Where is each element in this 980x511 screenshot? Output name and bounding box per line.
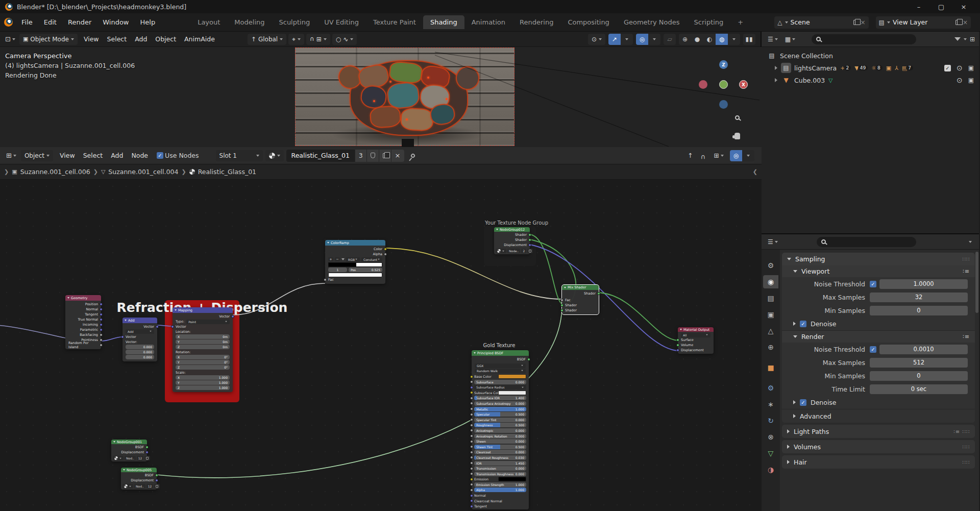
panel-light-paths[interactable]: Light Paths∶≡ ∷∷ [782, 425, 975, 438]
editor-type-button[interactable]: ☰ [766, 236, 780, 248]
principled-row-metallic[interactable]: Metallic1.000 [472, 407, 529, 411]
output-socket[interactable] [527, 358, 530, 361]
checkbox-checked-icon[interactable]: ✓ [870, 346, 876, 353]
input-socket[interactable] [470, 413, 473, 416]
chevron-down-icon[interactable] [728, 34, 740, 45]
unlink-material-button[interactable]: × [391, 150, 404, 162]
slider-widget[interactable]: Subsurface0.000 [474, 380, 526, 384]
input-socket[interactable] [470, 451, 473, 454]
input-socket[interactable] [470, 489, 473, 492]
tab-sculpting[interactable]: Sculpting [272, 15, 317, 29]
principled-row-subsurface-ior[interactable]: Subsurface IOR1.400 [472, 396, 529, 400]
distribution-dropdown[interactable]: GGX [475, 363, 526, 368]
go-to-parent-node-tree-icon[interactable]: ↑ [685, 150, 695, 161]
menu-edit[interactable]: Edit [38, 16, 62, 28]
input-socket[interactable] [470, 472, 473, 475]
group-datablock-dropdown[interactable] [496, 249, 506, 253]
node-colorramp[interactable]: ColorRamp Color Alpha + − RGB Constant [325, 240, 385, 284]
value-widget[interactable]: Emission Strength1.000 [474, 482, 526, 487]
output-socket[interactable] [155, 474, 158, 477]
tab-animation[interactable]: Animation [464, 15, 512, 29]
eye-icon[interactable]: ⊙ [957, 64, 963, 72]
render-subpanel-header[interactable]: Render ∶≡ [782, 331, 975, 343]
tab-rendering[interactable]: Rendering [512, 15, 560, 29]
render-denoise-row[interactable]: ✓ Denoise [782, 396, 975, 409]
input-socket[interactable] [676, 338, 679, 342]
menu-view[interactable]: View [80, 34, 103, 44]
stop-index-field[interactable]: 1 [328, 267, 347, 272]
output-socket[interactable] [100, 338, 103, 342]
mapping-type-dropdown[interactable]: Point [186, 320, 230, 324]
input-socket[interactable] [470, 461, 473, 465]
gizmo-icon[interactable]: ↗ [608, 34, 621, 45]
outliner-search[interactable] [812, 34, 916, 44]
output-socket[interactable] [231, 315, 234, 318]
input-socket[interactable] [171, 325, 174, 328]
axis-y-ball[interactable] [699, 80, 707, 89]
scene-selector[interactable]: △ Scene × [774, 16, 868, 29]
principled-row-emission-strength[interactable]: Emission Strength1.000 [472, 482, 529, 487]
principled-row-transmission[interactable]: Transmission0.000 [472, 466, 529, 471]
properties-tab-view-layer[interactable]: ▣ [763, 308, 778, 321]
input-socket[interactable] [470, 429, 473, 432]
group-datablock-dropdown[interactable] [122, 484, 133, 489]
properties-tab-constraints[interactable]: ⊗ [763, 430, 778, 444]
preset-icon[interactable]: ∶≡ [963, 268, 970, 275]
input-socket[interactable] [470, 380, 473, 383]
principled-row-clearcoat[interactable]: Clearcoat0.000 [472, 450, 529, 454]
tab-texture-paint[interactable]: Texture Paint [366, 15, 423, 29]
color-swatch[interactable] [498, 477, 526, 481]
gradient-bar[interactable] [328, 262, 382, 267]
minimize-button[interactable]: – [908, 0, 930, 13]
principled-row-specular-tint[interactable]: Specular Tint0.000 [472, 418, 529, 422]
chevron-down-icon[interactable] [969, 241, 972, 243]
group-name[interactable]: Nod.. [125, 456, 136, 460]
principled-row-subsurface-radius[interactable]: Subsurface Radius [472, 385, 529, 390]
blender-menu-icon[interactable] [4, 18, 13, 27]
principled-row-base-color[interactable]: Base Color [472, 374, 529, 379]
shader-node-canvas[interactable]: Refraction + Dispersion Geometry Positio… [0, 180, 762, 511]
pin-icon[interactable] [410, 153, 415, 158]
outliner-row-lightscamera[interactable]: ▤lightsCamera+2▼49☼8▣⅄▤7✓⊙▣ [762, 62, 979, 74]
properties-tab-tool[interactable]: ⚙ [763, 259, 778, 272]
fake-user-button[interactable] [154, 484, 160, 489]
render-min-samples-field[interactable]: 0 [870, 371, 968, 381]
output-socket[interactable] [100, 318, 103, 321]
input-socket[interactable] [560, 304, 564, 307]
sidebar-collapse-icon[interactable]: ❮ [753, 168, 757, 175]
principled-row-subsurface-anisotropy[interactable]: Subsurface Anisotropy0.000 [472, 401, 529, 406]
menu-select[interactable]: Select [103, 34, 131, 44]
input-socket[interactable] [470, 456, 473, 459]
node-material-output[interactable]: Material Output All Surface Volume Displ… [678, 327, 714, 354]
input-socket[interactable] [470, 434, 473, 437]
input-socket[interactable] [470, 418, 473, 421]
breadcrumb-material[interactable]: Realistic_Glass_01 [198, 168, 256, 176]
input-socket[interactable] [676, 349, 679, 352]
chevron-down-icon[interactable] [621, 34, 633, 45]
item-label[interactable]: lightsCamera [794, 64, 837, 72]
viewport-denoise-row[interactable]: ✓ Denoise [782, 317, 975, 330]
principled-row-clearcoat-normal[interactable]: Clearcoat Normal [472, 499, 529, 503]
output-socket[interactable] [156, 325, 159, 328]
node-group-005[interactable]: NodeGroup005 BSDF Displacement Nod.. 12 [121, 468, 157, 490]
output-socket[interactable] [384, 253, 387, 256]
group-users-count[interactable]: 2 [521, 249, 526, 253]
slider-widget[interactable]: Transmission Roughness0.000 [474, 472, 526, 476]
tab-scripting[interactable]: Scripting [687, 15, 731, 29]
chevron-down-icon[interactable] [742, 150, 754, 161]
menu-file[interactable]: File [16, 16, 38, 28]
properties-tab-physics[interactable]: ↻ [763, 414, 778, 427]
solid-shading-icon[interactable]: ● [691, 34, 703, 45]
menu-view[interactable]: View [56, 150, 79, 161]
render-visibility-icon[interactable]: ▣ [968, 64, 974, 71]
slider-widget[interactable]: Clearcoat Roughness0.030 [474, 455, 526, 460]
menu-node[interactable]: Node [127, 150, 152, 161]
overlays-toggle[interactable]: ◎ [636, 34, 660, 45]
principled-row-ior[interactable]: IOR1.450 [472, 461, 529, 466]
outliner-row-cube-003[interactable]: ▼Cube.003▽⊙▣ [762, 74, 979, 86]
principled-row-subsurface[interactable]: Subsurface0.000 [472, 380, 529, 384]
axis-neg-z-ball[interactable] [719, 100, 728, 109]
viewport-max-samples-field[interactable]: 32 [870, 293, 968, 302]
zoom-tool-icon[interactable] [735, 115, 740, 120]
input-socket[interactable] [324, 278, 327, 281]
